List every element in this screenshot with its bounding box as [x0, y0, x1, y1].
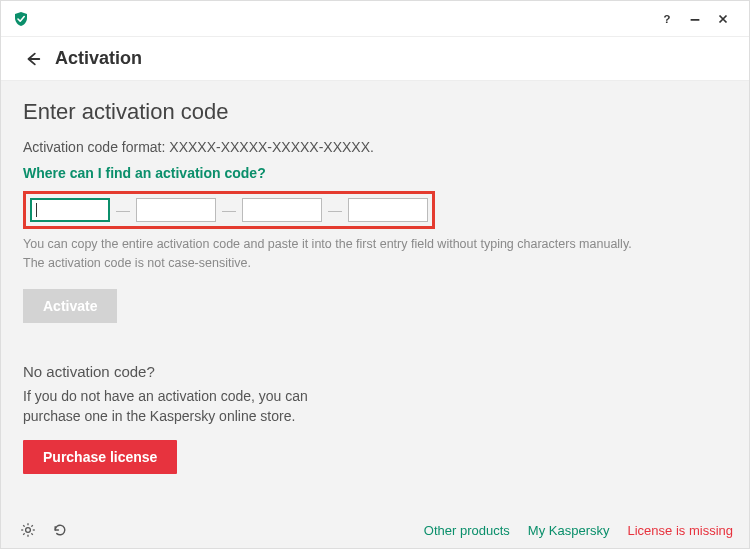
code-sep: — [110, 202, 136, 218]
code-field-3[interactable] [242, 198, 322, 222]
svg-line-7 [23, 525, 24, 526]
svg-text:?: ? [664, 12, 671, 24]
gear-icon[interactable] [17, 519, 39, 541]
content-area: Enter activation code Activation code fo… [1, 81, 749, 548]
format-hint: Activation code format: XXXXX-XXXXX-XXXX… [23, 139, 727, 155]
activate-button[interactable]: Activate [23, 289, 117, 323]
license-missing-link[interactable]: License is missing [628, 523, 734, 538]
find-code-link[interactable]: Where can I find an activation code? [23, 165, 266, 181]
code-sep: — [216, 202, 242, 218]
no-activation-section: No activation code? If you do not have a… [23, 363, 727, 475]
code-field-1[interactable] [30, 198, 110, 222]
activation-code-inputs: — — — [23, 191, 435, 229]
my-kaspersky-link[interactable]: My Kaspersky [528, 523, 610, 538]
help-icon[interactable]: ? [653, 5, 681, 33]
section-title: Enter activation code [23, 99, 727, 125]
footer-bar: Other products My Kaspersky License is m… [1, 512, 749, 548]
svg-rect-1 [691, 19, 700, 21]
activation-window: ? Activation Enter activation code Activ… [0, 0, 750, 549]
svg-point-2 [26, 528, 31, 533]
hints-block: You can copy the entire activation code … [23, 235, 727, 273]
kaspersky-shield-icon [13, 11, 29, 27]
minimize-icon[interactable] [681, 5, 709, 33]
no-code-paragraph: If you do not have an activation code, y… [23, 386, 343, 427]
titlebar: ? [1, 1, 749, 37]
hint-line: The activation code is not case-sensitiv… [23, 254, 727, 273]
close-icon[interactable] [709, 5, 737, 33]
back-icon[interactable] [21, 47, 45, 71]
page-header: Activation [1, 37, 749, 81]
hint-line: You can copy the entire activation code … [23, 235, 727, 254]
code-field-4[interactable] [348, 198, 428, 222]
code-sep: — [322, 202, 348, 218]
refresh-icon[interactable] [49, 519, 71, 541]
purchase-license-button[interactable]: Purchase license [23, 440, 177, 474]
text-caret [36, 203, 37, 217]
other-products-link[interactable]: Other products [424, 523, 510, 538]
code-field-2[interactable] [136, 198, 216, 222]
svg-line-8 [31, 533, 32, 534]
no-code-question: No activation code? [23, 363, 727, 380]
svg-line-10 [23, 533, 24, 534]
svg-line-9 [31, 525, 32, 526]
page-title: Activation [55, 48, 142, 69]
